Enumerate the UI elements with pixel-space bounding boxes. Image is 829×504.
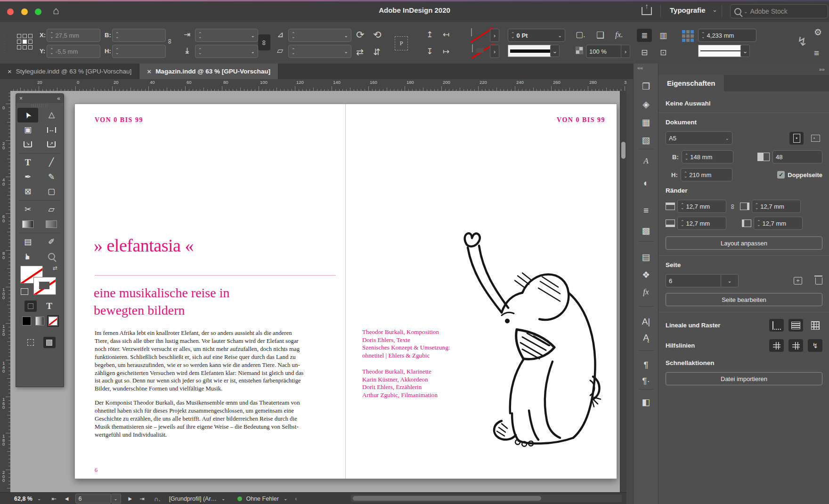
ruler-vertical[interactable]: 02 04 06 08 01 0 01 2 01 4 01 6 01 8 02 …: [0, 91, 11, 492]
free-transform-tool[interactable]: ▱: [41, 202, 62, 217]
stroke-options-chevron-icon[interactable]: ›: [490, 45, 499, 58]
close-tab-icon[interactable]: ×: [147, 67, 151, 75]
stroke-weight-field[interactable]: ⌃⌄0 Pt⌄: [508, 29, 565, 42]
hand-tool[interactable]: ☛: [17, 249, 38, 264]
line-tool[interactable]: ╱: [41, 155, 62, 170]
zoom-chevron-icon[interactable]: ⌄: [37, 496, 41, 501]
profile-chevron-icon[interactable]: ⌄: [221, 496, 225, 501]
workspace-chevron-icon[interactable]: ⌄: [712, 6, 717, 13]
orientation-landscape-button[interactable]: [808, 132, 822, 145]
show-rulers-button[interactable]: [769, 319, 784, 332]
horizontal-scrollbar[interactable]: [351, 495, 622, 502]
preview-style-field[interactable]: [698, 45, 744, 57]
vertical-justify-center-icon[interactable]: ⊡: [656, 46, 671, 59]
show-guides-button[interactable]: [769, 339, 784, 352]
vertical-justify-top-icon[interactable]: ⊟: [637, 46, 652, 59]
margin-right-field[interactable]: ⌃⌄12,7 mm: [752, 200, 801, 213]
scissors-tool[interactable]: ✂: [17, 202, 38, 217]
first-page-button[interactable]: ⇤: [51, 495, 56, 502]
effects-icon[interactable]: fx: [634, 287, 658, 297]
last-page-button[interactable]: ⇥: [139, 495, 144, 502]
apply-gradient-button[interactable]: [35, 317, 44, 325]
document-canvas[interactable]: VON 0 BIS 99 » elefantasia « eine musika…: [10, 91, 626, 492]
baseline-grid-button[interactable]: [788, 319, 803, 332]
margin-left-field[interactable]: ⌃⌄12,7 mm: [754, 217, 803, 230]
page-number-chevron-icon[interactable]: ⌄: [111, 494, 121, 504]
layers-icon[interactable]: ◈: [634, 99, 658, 110]
vertical-scrollbar-thumb[interactable]: [621, 142, 626, 159]
fill-color-swatch[interactable]: [471, 28, 472, 36]
orientation-portrait-button[interactable]: [789, 132, 804, 145]
selection-tool[interactable]: ➤: [17, 108, 38, 122]
stroke-style-chevron-icon[interactable]: ⌄: [550, 45, 560, 57]
workspace-switcher[interactable]: Typografie: [670, 6, 706, 14]
document-grid-button[interactable]: [808, 319, 822, 332]
zoom-tool[interactable]: [41, 249, 62, 264]
corner-options-icon[interactable]: ▢.: [576, 31, 585, 39]
stroke-style-preview[interactable]: [508, 45, 554, 57]
stroke-proxy-swatch[interactable]: [33, 277, 56, 295]
select-container-icon[interactable]: ↥: [426, 31, 433, 39]
rotation-field[interactable]: ⌃⌄⌄: [288, 45, 351, 58]
x-field[interactable]: ⌃⌄27,5 mm: [47, 29, 100, 42]
content-collector-tool[interactable]: ↘: [17, 137, 38, 152]
fill-stroke-proxy[interactable]: ⇄: [16, 264, 64, 297]
default-fill-stroke-icon[interactable]: [21, 288, 28, 295]
gap-tool[interactable]: ↔: [41, 122, 62, 137]
stroke-color-swatch[interactable]: [472, 44, 473, 52]
width-field[interactable]: ⌃⌄: [112, 29, 166, 42]
page-width-field[interactable]: ⌃⌄148 mm: [682, 150, 733, 163]
preflight-icon[interactable]: ∩.: [154, 495, 161, 503]
reference-point-proxy[interactable]: [17, 34, 33, 49]
glyphs-icon[interactable]: Ą: [634, 333, 658, 343]
horizontal-scrollbar-thumb[interactable]: [353, 496, 541, 501]
type-tool[interactable]: T: [17, 155, 38, 170]
gradient-feather-tool[interactable]: [41, 217, 62, 231]
margins-link-icon[interactable]: ∞: [729, 204, 737, 209]
panel-menu-icon[interactable]: ≡: [814, 49, 819, 57]
swap-fill-stroke-icon[interactable]: ⇄: [53, 265, 57, 271]
gear-icon[interactable]: ⚙: [814, 28, 822, 37]
opacity-chevron-icon[interactable]: ›: [621, 45, 630, 58]
select-next-icon[interactable]: ↦: [443, 48, 449, 56]
collapse-dock-icon[interactable]: ««: [637, 65, 643, 71]
text-columns-icon[interactable]: ▥: [656, 29, 671, 42]
close-tools-icon[interactable]: ×: [19, 95, 23, 102]
height-field[interactable]: ⌃⌄: [112, 45, 166, 58]
paragraph-placeholder-icon[interactable]: P: [395, 36, 408, 50]
margin-top-field[interactable]: ⌃⌄12,7 mm: [677, 200, 726, 213]
apply-none-button[interactable]: [49, 317, 57, 325]
pages-count-field[interactable]: 48: [772, 150, 822, 163]
effects-fx-icon[interactable]: fx.: [615, 31, 623, 39]
character-styles-icon[interactable]: A: [634, 156, 658, 166]
direct-selection-tool[interactable]: ▷: [41, 108, 62, 122]
home-icon[interactable]: ⌂: [53, 5, 59, 17]
scale-x-field[interactable]: ⌃⌄⌄: [195, 29, 258, 42]
rotate-cw-icon[interactable]: ⟳: [356, 30, 365, 40]
eyedropper-tool[interactable]: ✐: [41, 235, 62, 249]
ruler-horizontal[interactable]: 2002040608010012014016018020022024026028…: [10, 79, 626, 91]
collapse-tools-icon[interactable]: «: [57, 95, 60, 102]
add-page-button[interactable]: +: [794, 277, 802, 285]
page-height-field[interactable]: ⌃⌄210 mm: [681, 168, 732, 181]
constrain-scale-toggle[interactable]: ∞: [258, 34, 270, 50]
next-page-button[interactable]: ▶: [129, 496, 132, 501]
page-spread[interactable]: VON 0 BIS 99 » elefantasia « eine musika…: [74, 104, 617, 479]
previous-page-button[interactable]: ◀: [65, 496, 69, 501]
pages-icon[interactable]: ❒: [634, 81, 658, 92]
datei-importieren-button[interactable]: Datei importieren: [666, 372, 822, 385]
page-select[interactable]: 6: [666, 274, 721, 287]
select-previous-icon[interactable]: ↤: [443, 31, 449, 39]
stroke-icon[interactable]: ≡: [634, 205, 658, 216]
close-window-icon[interactable]: [7, 8, 14, 15]
shear-field[interactable]: ⌃⌄⌄: [288, 29, 351, 42]
page-select-chevron-icon[interactable]: ⌄: [721, 274, 739, 287]
delete-page-button[interactable]: [815, 277, 822, 285]
minimize-window-icon[interactable]: [21, 8, 28, 15]
collapse-status-icon[interactable]: ‹: [295, 496, 297, 502]
fill-options-chevron-icon[interactable]: ›: [490, 29, 499, 42]
gradient-icon[interactable]: ▩: [634, 225, 658, 236]
vertical-scrollbar[interactable]: [620, 91, 626, 492]
flip-vertical-icon[interactable]: ⇵: [373, 48, 381, 57]
preflight-profile[interactable]: [Grundprofil] (Ar…: [169, 496, 217, 502]
